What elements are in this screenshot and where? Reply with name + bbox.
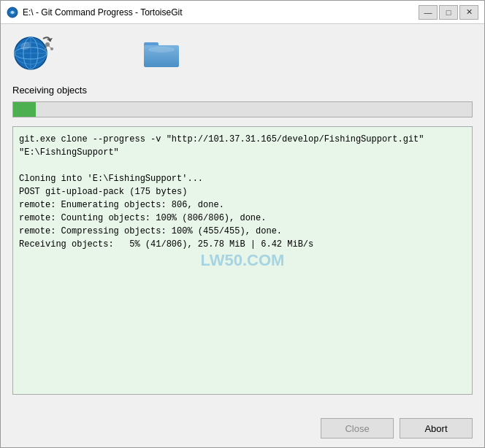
progress-bar-container: [12, 101, 473, 117]
app-icon: [7, 7, 18, 18]
output-wrapper: git.exe clone --progress -v "http://101.…: [12, 126, 473, 395]
minimize-button[interactable]: —: [419, 5, 438, 20]
title-bar-controls: — □ ✕: [419, 5, 478, 20]
close-button[interactable]: Close: [321, 418, 394, 439]
icons-row: [12, 33, 473, 73]
svg-point-1: [11, 11, 14, 14]
progress-bar-fill: [13, 102, 36, 117]
abort-button[interactable]: Abort: [400, 418, 473, 439]
folder-icon: [142, 35, 180, 71]
output-text-box: git.exe clone --progress -v "http://101.…: [12, 126, 473, 395]
window-title: E:\ - Git Command Progress - TortoiseGit: [23, 7, 419, 18]
main-window: E:\ - Git Command Progress - TortoiseGit…: [0, 0, 485, 448]
section-label: Receiving objects: [12, 85, 473, 96]
globe-svg: [12, 33, 55, 71]
svg-line-13: [47, 45, 52, 49]
title-bar: E:\ - Git Command Progress - TortoiseGit…: [1, 1, 484, 24]
maximize-button[interactable]: □: [439, 5, 458, 20]
footer: Close Abort: [1, 412, 484, 447]
svg-point-17: [148, 47, 175, 53]
folder-svg: [142, 35, 180, 69]
content-area: Receiving objects git.exe clone --progre…: [1, 24, 484, 412]
close-window-button[interactable]: ✕: [459, 5, 478, 20]
globe-icon: [12, 33, 55, 73]
title-bar-icon: [7, 7, 18, 18]
